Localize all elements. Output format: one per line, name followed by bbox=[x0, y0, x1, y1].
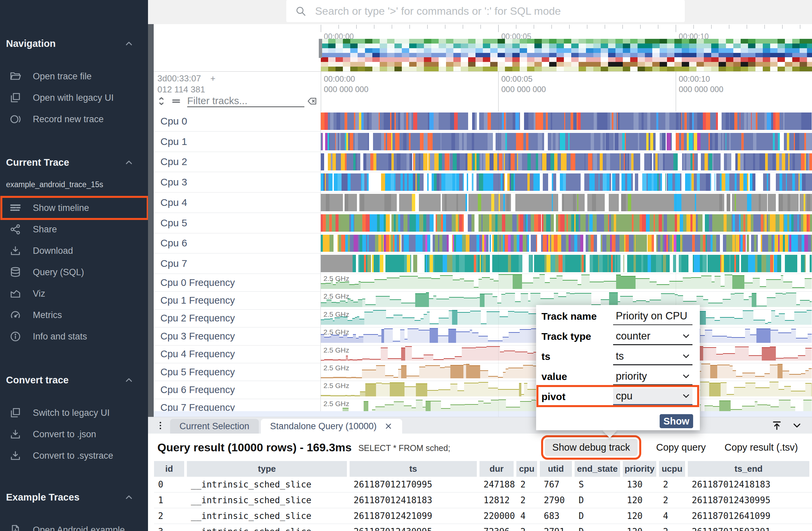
column-header-ucpu[interactable]: ucpu bbox=[659, 461, 688, 477]
close-icon[interactable] bbox=[384, 422, 393, 430]
table-row[interactable]: 2__intrinsic_sched_slice2611870124210992… bbox=[154, 508, 812, 524]
backspace-clear-icon[interactable] bbox=[307, 96, 317, 106]
freq-scale-label: 2.5 GHz bbox=[323, 328, 349, 336]
popup-field-row: valuepriority bbox=[536, 367, 700, 387]
sidebar-item-open-with-legacy-ui[interactable]: Open with legacy UI bbox=[2, 87, 147, 108]
column-header-dur[interactable]: dur bbox=[479, 461, 516, 477]
field-value: cpu bbox=[616, 390, 633, 402]
table-cell: __intrinsic_sched_slice bbox=[187, 477, 350, 492]
sort-updown-icon[interactable] bbox=[156, 96, 166, 106]
value-select[interactable]: priority bbox=[613, 368, 693, 385]
sidebar-item-metrics[interactable]: Metrics bbox=[2, 304, 147, 326]
copy-query-button[interactable]: Copy query bbox=[656, 442, 706, 453]
table-cell: 247188 bbox=[479, 477, 516, 492]
cpu-track-row[interactable]: Cpu 5 bbox=[154, 213, 812, 233]
section-title[interactable]: Navigation bbox=[0, 33, 148, 54]
trace-minimap[interactable] bbox=[321, 39, 812, 71]
cpu-track-row[interactable]: Cpu 0 bbox=[154, 111, 812, 132]
scrollbar[interactable] bbox=[148, 24, 154, 417]
section-title[interactable]: Example Traces bbox=[0, 487, 148, 507]
table-cell: 2 bbox=[659, 477, 688, 492]
freq-track-row[interactable]: Cpu 1 Frequency2.5 GHz bbox=[154, 292, 812, 309]
table-cell: __intrinsic_sched_slice bbox=[187, 492, 350, 508]
info-icon bbox=[9, 330, 21, 342]
table-cell: 261187012430995 bbox=[350, 524, 479, 531]
timeline-icon bbox=[9, 202, 21, 214]
sidebar-item-label: Info and stats bbox=[33, 331, 87, 342]
dock-top-icon[interactable] bbox=[771, 420, 783, 431]
kebab-menu-icon[interactable] bbox=[155, 419, 165, 432]
search-box[interactable] bbox=[286, 0, 685, 22]
cpu-track-row[interactable]: Cpu 3 bbox=[154, 172, 812, 192]
chevron-up-icon bbox=[124, 375, 134, 385]
freq-scale-label: 2.5 GHz bbox=[323, 310, 349, 319]
cpu-track-row[interactable]: Cpu 2 bbox=[154, 152, 812, 173]
cpu-track-row[interactable]: Cpu 7 bbox=[154, 253, 812, 274]
table-cell: 2 bbox=[516, 524, 540, 531]
tab-standalone-query-10000-[interactable]: Standalone Query (10000) bbox=[261, 419, 402, 433]
sidebar-item-open-android-example[interactable]: Open Android example bbox=[2, 519, 147, 531]
column-header-ts_end[interactable]: ts_end bbox=[688, 461, 812, 477]
sidebar-item-convert-to-systrace[interactable]: Convert to .systrace bbox=[2, 445, 147, 467]
sidebar-item-info-and-stats[interactable]: Info and stats bbox=[2, 326, 147, 347]
column-header-ts[interactable]: ts bbox=[350, 461, 479, 477]
chevron-down-icon[interactable] bbox=[791, 420, 803, 431]
metrics-icon bbox=[9, 309, 21, 321]
table-row[interactable]: 1__intrinsic_sched_slice2611870124181831… bbox=[154, 492, 812, 508]
field-label: ts bbox=[541, 351, 613, 362]
track-name: Cpu 3 bbox=[154, 172, 321, 192]
cpu-track-row[interactable]: Cpu 6 bbox=[154, 233, 812, 254]
freq-track-row[interactable]: Cpu 2 Frequency2.5 GHz bbox=[154, 310, 812, 327]
sidebar: NavigationOpen trace fileOpen with legac… bbox=[0, 0, 148, 531]
sidebar-section: Example TracesOpen Android example bbox=[0, 487, 148, 531]
table-row[interactable]: 3__intrinsic_sched_slice2611870124309957… bbox=[154, 524, 812, 531]
field-value: Priority on CPU bbox=[616, 310, 687, 322]
column-header-id[interactable]: id bbox=[154, 461, 187, 477]
track-name: Cpu 0 Frequency bbox=[154, 274, 321, 291]
sidebar-item-open-trace-file[interactable]: Open trace file bbox=[2, 65, 147, 87]
sidebar-item-query-sql-[interactable]: Query (SQL) bbox=[2, 262, 147, 283]
popup-field-row: tsts bbox=[536, 346, 700, 367]
sidebar-item-show-timeline[interactable]: Show timeline bbox=[2, 197, 147, 219]
freq-track-row[interactable]: Cpu 0 Frequency2.5 GHz bbox=[154, 274, 812, 292]
sidebar-item-download[interactable]: Download bbox=[2, 240, 147, 262]
column-header-end_state[interactable]: end_state bbox=[575, 461, 623, 477]
freq-track-row[interactable]: Cpu 6 Frequency2.5 GHz bbox=[154, 381, 812, 399]
sidebar-item-share[interactable]: Share bbox=[2, 219, 147, 240]
column-header-cpu[interactable]: cpu bbox=[516, 461, 540, 477]
sidebar-item-record-new-trace[interactable]: Record new trace bbox=[2, 108, 147, 130]
ts-select[interactable]: ts bbox=[613, 348, 693, 365]
table-row[interactable]: 0__intrinsic_sched_slice2611870121709952… bbox=[154, 477, 812, 492]
search-input[interactable] bbox=[315, 5, 685, 17]
sidebar-section: Convert traceSwitch to legacy UIConvert … bbox=[0, 370, 148, 467]
column-header-priority[interactable]: priority bbox=[623, 461, 659, 477]
copy-result-tsv--button[interactable]: Copy result (.tsv) bbox=[725, 442, 798, 453]
show-button[interactable]: Show bbox=[659, 414, 693, 428]
pivot-select[interactable]: cpu bbox=[613, 388, 693, 405]
section-title[interactable]: Current Trace bbox=[0, 152, 148, 173]
chevron-up-icon bbox=[124, 39, 134, 48]
filter-tracks-input[interactable] bbox=[187, 95, 304, 106]
bottom-panel: Current SelectionStandalone Query (10000… bbox=[148, 417, 812, 531]
filter-lines-icon[interactable] bbox=[171, 96, 181, 106]
field-label: Track type bbox=[541, 331, 613, 342]
tab-current-selection[interactable]: Current Selection bbox=[170, 419, 259, 433]
sidebar-item-convert-to-json[interactable]: Convert to .json bbox=[2, 424, 147, 445]
track-name-input[interactable]: Priority on CPU bbox=[613, 308, 693, 325]
sidebar-item-viz[interactable]: Viz bbox=[2, 283, 147, 304]
freq-track-row[interactable]: Cpu 5 Frequency2.5 GHz bbox=[154, 363, 812, 381]
column-header-utid[interactable]: utid bbox=[540, 461, 575, 477]
minimap-drag-handle[interactable] bbox=[319, 39, 322, 58]
track-name: Cpu 6 Frequency bbox=[154, 381, 321, 398]
section-title[interactable]: Convert trace bbox=[0, 370, 148, 390]
table-cell: __intrinsic_sched_slice bbox=[187, 524, 350, 531]
column-header-type[interactable]: type bbox=[187, 461, 350, 477]
query-result-header: Query result (10000 rows) - 169.3ms SELE… bbox=[148, 433, 812, 461]
track type-select[interactable]: counter bbox=[613, 328, 693, 345]
show-debug-track-button[interactable]: Show debug track bbox=[545, 439, 637, 456]
freq-track-row[interactable]: Cpu 4 Frequency2.5 GHz bbox=[154, 345, 812, 363]
sidebar-item-switch-to-legacy-ui[interactable]: Switch to legacy UI bbox=[2, 402, 147, 424]
freq-track-row[interactable]: Cpu 3 Frequency2.5 GHz bbox=[154, 327, 812, 345]
cpu-track-row[interactable]: Cpu 4 bbox=[154, 192, 812, 213]
cpu-track-row[interactable]: Cpu 1 bbox=[154, 132, 812, 152]
